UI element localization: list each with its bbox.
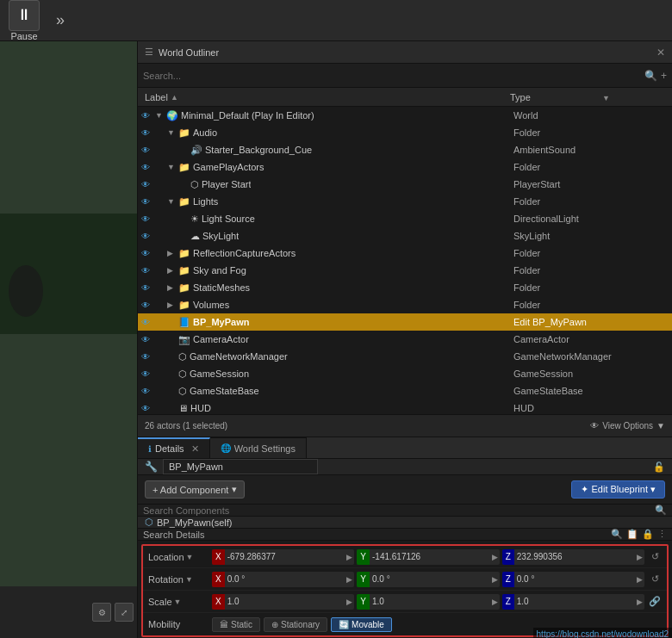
outliner-close-button[interactable]: ✕ — [656, 46, 665, 59]
mobility-static-button[interactable]: 🏛 Static — [212, 617, 260, 632]
tree-arrow[interactable]: ▼ — [167, 128, 176, 137]
visibility-icon[interactable]: 👁 — [141, 387, 155, 396]
visibility-icon[interactable]: 👁 — [141, 163, 155, 172]
outliner-row[interactable]: 👁 ☀ Light Source DirectionalLight — [138, 210, 672, 227]
tree-arrow[interactable]: ▶ — [167, 283, 176, 292]
tree-arrow[interactable]: ▶ — [167, 266, 176, 275]
outliner-search-input[interactable] — [143, 71, 641, 81]
location-x-input[interactable] — [225, 549, 345, 565]
stationary-icon: ⊕ — [271, 620, 278, 629]
outliner-row[interactable]: 👁 ▼ 📁 Lights Folder — [138, 193, 672, 210]
search-plus-button[interactable]: + — [661, 70, 667, 82]
sort-icon[interactable]: ▲ — [171, 93, 178, 102]
tree-arrow[interactable]: ▼ — [167, 163, 176, 171]
visibility-icon[interactable]: 👁 — [141, 146, 155, 155]
outliner-row[interactable]: 👁 ⬡ GameStateBase GameStateBase — [138, 382, 672, 400]
rot-x-arrow[interactable]: ▶ — [345, 575, 354, 584]
visibility-icon[interactable]: 👁 — [141, 283, 155, 293]
outliner-row[interactable]: 👁 ⬡ Player Start PlayerStart — [138, 176, 672, 193]
outliner-row[interactable]: 👁 ▶ 📁 StaticMeshes Folder — [138, 279, 672, 296]
details-lock-icon[interactable]: 🔓 — [653, 461, 665, 473]
visibility-icon[interactable]: 👁 — [141, 128, 155, 138]
visibility-icon[interactable]: 👁 — [141, 369, 155, 379]
rotation-x-input[interactable] — [225, 572, 345, 587]
tree-arrow[interactable]: ▶ — [167, 249, 176, 257]
scale-z-input[interactable] — [514, 594, 635, 610]
scale-z-arrow[interactable]: ▶ — [635, 598, 644, 606]
visibility-icon[interactable]: 👁 — [141, 300, 155, 310]
rotation-reset-button[interactable]: ↺ — [648, 573, 662, 585]
viewport-expand-button[interactable]: ⤢ — [115, 603, 134, 622]
visibility-icon[interactable]: 👁 — [141, 404, 155, 413]
outliner-row[interactable]: 👁 ▼ 📁 Audio Folder — [138, 124, 672, 141]
scale-chain-button[interactable]: 🔗 — [648, 596, 662, 607]
viewport-settings-button[interactable]: ⚙ — [92, 603, 111, 622]
mobility-stationary-button[interactable]: ⊕ Stationary — [264, 617, 327, 632]
pause-button[interactable]: ⏸ — [9, 0, 40, 31]
item-icon: 📁 — [178, 196, 190, 208]
rot-z-arrow[interactable]: ▶ — [635, 575, 644, 584]
visibility-icon[interactable]: 👁 — [141, 266, 155, 276]
tab-world-settings[interactable]: 🌐 World Settings — [210, 437, 307, 458]
outliner-row[interactable]: 👁 📘 BP_MyPawn Edit BP_MyPawn — [138, 313, 672, 331]
outliner-row[interactable]: 👁 ▶ 📁 ReflectionCaptureActors Folder — [138, 245, 672, 262]
scale-dropdown[interactable]: ▼ — [174, 598, 182, 606]
location-reset-button[interactable]: ↺ — [648, 551, 662, 562]
edit-blueprint-button[interactable]: ✦ Edit Blueprint ▾ — [571, 480, 665, 499]
outliner-row[interactable]: 👁 ⬡ GameNetworkManager GameNetworkManage… — [138, 348, 672, 365]
visibility-icon[interactable]: 👁 — [141, 214, 155, 224]
rotation-y-input[interactable] — [370, 572, 490, 587]
visibility-icon[interactable]: 👁 — [141, 180, 155, 189]
menu-icon2[interactable]: ⋮ — [657, 529, 667, 540]
add-component-button[interactable]: + Add Component ▾ — [145, 480, 245, 499]
scale-row: Scale ▼ X ▶ Y ▶ — [143, 591, 667, 613]
blueprint-icon[interactable]: 📋 — [626, 529, 638, 540]
outliner-row[interactable]: 👁 📷 CameraActor CameraActor — [138, 331, 672, 348]
outliner-row[interactable]: 👁 🔊 Starter_Background_Cue AmbientSound — [138, 141, 672, 158]
mobility-movable-button[interactable]: 🔄 Movable — [331, 617, 392, 632]
tree-arrow[interactable]: ▼ — [155, 111, 164, 120]
search-details-input[interactable] — [212, 530, 607, 540]
location-z-input[interactable] — [514, 549, 635, 565]
visibility-icon[interactable]: 👁 — [141, 197, 155, 207]
loc-x-arrow[interactable]: ▶ — [345, 553, 354, 561]
scale-y-input[interactable] — [370, 594, 490, 610]
outliner-row[interactable]: 👁 ▶ 📁 Volumes Folder — [138, 296, 672, 313]
loc-y-arrow[interactable]: ▶ — [490, 553, 500, 561]
rotation-z-input[interactable] — [514, 572, 635, 587]
details-tab-close[interactable]: ✕ — [191, 443, 199, 455]
visibility-icon[interactable]: 👁 — [141, 249, 155, 258]
visibility-icon[interactable]: 👁 — [141, 335, 155, 344]
viewport-canvas[interactable] — [0, 41, 137, 586]
outliner-row[interactable]: 👁 ⬡ GameSession GameSession — [138, 365, 672, 382]
visibility-icon[interactable]: 👁 — [141, 232, 155, 241]
rotation-dropdown[interactable]: ▼ — [185, 575, 193, 584]
outliner-row[interactable]: 👁 ▶ 📁 Sky and Fog Folder — [138, 262, 672, 279]
visibility-icon[interactable]: 👁 — [141, 352, 155, 362]
outliner-list[interactable]: 👁 ▼ 🌍 Minimal_Default (Play In Editor) W… — [138, 107, 672, 414]
search-components-input[interactable] — [143, 505, 655, 516]
scale-x-arrow[interactable]: ▶ — [345, 598, 354, 606]
outliner-row[interactable]: 👁 🖥 HUD HUD — [138, 400, 672, 414]
visibility-icon[interactable]: 👁 — [141, 111, 155, 121]
outliner-header: ☰ World Outliner ✕ — [138, 41, 672, 64]
visibility-icon[interactable]: 👁 — [141, 318, 155, 327]
outliner-row[interactable]: 👁 ▼ 📁 GamePlayActors Folder — [138, 158, 672, 176]
tree-arrow[interactable]: ▶ — [167, 300, 176, 309]
view-options-button[interactable]: 👁 View Options ▼ — [590, 421, 665, 430]
tree-arrow[interactable]: ▼ — [167, 197, 176, 206]
actor-name-input[interactable] — [163, 459, 318, 474]
outliner-row[interactable]: 👁 ☁ SkyLight SkyLight — [138, 227, 672, 245]
type-filter-icon[interactable]: ▼ — [602, 94, 610, 102]
rot-y-arrow[interactable]: ▶ — [490, 575, 500, 584]
outliner-row[interactable]: 👁 ▼ 🌍 Minimal_Default (Play In Editor) W… — [138, 107, 672, 124]
location-y-input[interactable] — [370, 549, 490, 565]
scale-y-arrow[interactable]: ▶ — [490, 598, 500, 606]
location-dropdown[interactable]: ▼ — [186, 553, 194, 561]
skip-button[interactable]: » — [48, 9, 72, 33]
scale-x-input[interactable] — [225, 594, 345, 610]
loc-z-arrow[interactable]: ▶ — [635, 553, 644, 561]
row-content: ☁ SkyLight — [155, 231, 513, 242]
lock-icon2[interactable]: 🔒 — [642, 529, 654, 540]
tab-details[interactable]: ℹ Details ✕ — [138, 437, 210, 458]
